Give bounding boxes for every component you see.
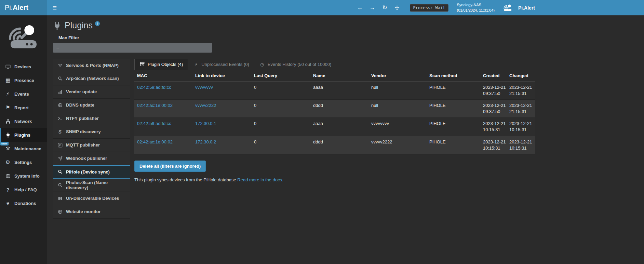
column-header-last-query: Last Query <box>251 70 310 82</box>
mac-link[interactable]: 02:42:ac:1e:00:02 <box>137 139 173 144</box>
plugin-nav-webhook-publisher[interactable]: Webhook publisher <box>53 152 130 165</box>
refresh-button[interactable]: ↻ <box>381 4 389 11</box>
device-link[interactable]: vvvvv2222 <box>195 103 216 108</box>
docs-link[interactable]: Read more in the docs. <box>237 177 283 182</box>
heart-icon: ♥ <box>5 200 11 206</box>
table-row: 02:42:ac:1e:00:02 172.30.0.2 0 dddd vvvv… <box>134 136 535 154</box>
changed-cell: 2023-12-21 21:15:31 <box>509 99 535 117</box>
sidebar-item-label: Report <box>14 105 29 110</box>
name-cell: dddd <box>310 136 368 154</box>
sidebar-item-label: Plugins <box>14 133 30 138</box>
move-arrows-icon <box>394 5 400 10</box>
question-icon: ? <box>5 187 11 193</box>
bolt-icon: ⚡ <box>193 62 199 67</box>
delete-all-button[interactable]: Delete all (filters are ignored) <box>134 161 206 172</box>
plugin-nav-label: SNMP discovery <box>66 129 101 134</box>
sidebar: Devices ▦ Presence ⚡ Events ⚑ Report Net… <box>0 15 47 264</box>
sidebar-item-label: Help / FAQ <box>14 187 37 192</box>
page-header: Plugins ? <box>53 21 644 30</box>
plugin-nav-arp-scan[interactable]: Arp-Scan (Network scan) <box>53 72 130 85</box>
sidebar-item-maintenance[interactable]: NEW ⚒ Maintenance <box>0 142 47 155</box>
plug-icon <box>5 133 11 138</box>
plugin-nav-ntfy-publisher[interactable]: NTFY publisher <box>53 112 130 125</box>
table-row: 02:42:ac:1e:00:02 vvvvv2222 0 dddd null … <box>134 99 535 117</box>
globe-icon <box>57 103 63 108</box>
sidebar-item-network[interactable]: Network <box>0 114 47 128</box>
host-name: Synology-NAS <box>457 2 495 8</box>
tab-plugin-objects[interactable]: Plugin Objects (4) <box>134 59 188 70</box>
plugin-nav-vendor-update[interactable]: Vendor update <box>53 85 130 99</box>
terminal-icon <box>57 116 63 121</box>
search-icon <box>57 183 63 187</box>
created-cell: 2023-12-21 10:15:31 <box>482 118 509 136</box>
vendor-cell: vvvvv2222 <box>368 136 427 154</box>
sidebar-item-label: System info <box>14 173 40 179</box>
bar-chart-icon <box>57 89 63 94</box>
plugin-nav-snmp-discovery[interactable]: S SNMP discovery <box>53 125 130 139</box>
plugin-nav-label: Services & Ports (NMAP) <box>66 63 119 68</box>
globe-icon <box>57 209 63 214</box>
plugin-nav-label: Webhook publisher <box>66 156 107 161</box>
mac-link[interactable]: 02:42:59:ad:fd:cc <box>137 85 171 90</box>
tab-label: Events History (50 out of 10000) <box>268 62 331 67</box>
paper-plane-icon <box>57 156 63 161</box>
back-button[interactable]: ← <box>357 4 364 11</box>
plugin-nav-label: MQTT publisher <box>66 142 100 148</box>
sidebar-item-label: Donations <box>14 201 36 206</box>
box-archive-icon <box>139 62 145 67</box>
globe-icon <box>5 173 11 179</box>
plugin-nav-label: Arp-Scan (Network scan) <box>66 76 119 81</box>
changed-cell: 2023-12-21 10:15:31 <box>509 118 535 136</box>
mac-filter-input[interactable] <box>53 43 212 53</box>
plugin-nav-pholus-scan[interactable]: Pholus-Scan (Name discovery) <box>53 179 130 192</box>
plugin-nav-nmap[interactable]: Services & Ports (NMAP) <box>53 59 130 72</box>
main-content: Plugins ? Mac Filter Services & Ports (N… <box>47 15 644 264</box>
sidebar-item-system-info[interactable]: System info <box>0 169 47 183</box>
pialert-logo-art <box>0 15 47 58</box>
mac-filter-label: Mac Filter <box>58 35 644 40</box>
last-query-cell: 0 <box>251 136 310 154</box>
device-link[interactable]: 172.30.0.2 <box>195 139 216 144</box>
sidebar-item-help-faq[interactable]: ? Help / FAQ <box>0 183 47 196</box>
brand-link[interactable]: Pi.Alert <box>0 0 47 15</box>
sidebar-item-devices[interactable]: Devices <box>0 60 47 73</box>
plugin-nav-label: Website monitor <box>66 209 101 214</box>
sidebar-item-label: Maintenance <box>14 146 41 151</box>
clock-icon: ◷ <box>259 62 265 67</box>
wrench-icon: ⚒ <box>5 145 11 152</box>
plugin-nav-undiscoverable-devices[interactable]: Un-Discoverable Devices <box>53 192 130 205</box>
plugin-nav-mqtt-publisher[interactable]: MQTT publisher <box>53 139 130 152</box>
plug-icon <box>53 22 61 30</box>
column-header-changed: Changed <box>509 70 535 82</box>
tab-events-history[interactable]: ◷ Events History (50 out of 10000) <box>254 59 336 70</box>
plugin-objects-table: MAC Link to device Last Query Name Vendo… <box>134 70 535 155</box>
sidebar-item-presence[interactable]: ▦ Presence <box>0 73 47 87</box>
sidebar-item-label: Network <box>14 119 32 124</box>
arrow-left-icon: ← <box>357 4 363 11</box>
sidebar-item-plugins[interactable]: Plugins <box>0 128 47 142</box>
sidebar-item-donations[interactable]: ♥ Donations <box>0 196 47 210</box>
plugin-nav-ddns-update[interactable]: DDNS update <box>53 99 130 112</box>
tab-label: Unprocessed Events (0) <box>201 62 249 67</box>
sidebar-item-events[interactable]: ⚡ Events <box>0 87 47 101</box>
sidebar-item-settings[interactable]: ⚙ Settings <box>0 155 47 169</box>
device-link[interactable]: vvvvvvvv <box>195 85 213 90</box>
pialert-logo-icon <box>503 3 513 12</box>
new-badge: NEW <box>0 142 9 145</box>
sidebar-item-report[interactable]: ⚑ Report <box>0 101 47 114</box>
device-link[interactable]: 172.30.0.1 <box>195 121 216 126</box>
fullscreen-button[interactable] <box>393 5 401 10</box>
forward-button[interactable]: → <box>369 4 376 11</box>
sidebar-toggle-button[interactable]: ≡ <box>47 0 63 15</box>
mqtt-broadcast-icon <box>57 143 63 148</box>
mac-link[interactable]: 02:42:59:ad:fd:cc <box>137 121 171 126</box>
hamburger-icon: ≡ <box>53 4 57 12</box>
plugin-nav-website-monitor[interactable]: Website monitor <box>53 205 130 219</box>
tab-unprocessed-events[interactable]: ⚡ Unprocessed Events (0) <box>188 59 254 70</box>
plugin-nav-pihole-device-sync[interactable]: PiHole (Device sync) <box>53 165 130 179</box>
wifi-signal-icon <box>57 63 63 68</box>
host-info: Synology-NAS (01/01/2024, 11:31:04) <box>457 2 495 13</box>
search-icon <box>57 76 63 81</box>
help-badge[interactable]: ? <box>95 21 100 26</box>
mac-link[interactable]: 02:42:ac:1e:00:02 <box>137 103 173 108</box>
